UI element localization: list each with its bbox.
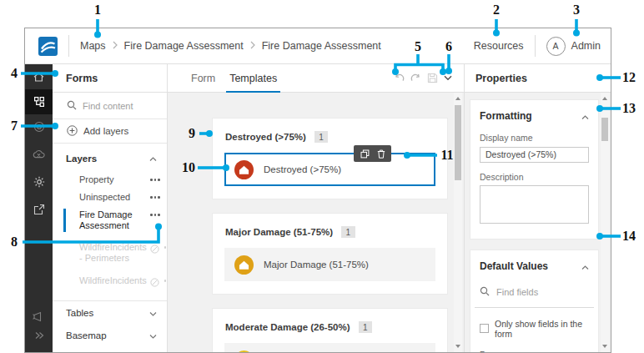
template-group-moderate-damage: Moderate Damage (26-50%) 1 Moderate Dama… <box>212 308 448 352</box>
properties-scrollbar[interactable] <box>601 93 609 352</box>
tab-form[interactable]: Form <box>191 64 215 93</box>
count-badge: 1 <box>314 131 329 143</box>
save-icon[interactable] <box>427 73 438 83</box>
formatting-title: Formatting <box>480 110 532 122</box>
layers-label: Layers <box>66 154 97 164</box>
layer-row-wildfire-incidents[interactable]: WildfireIncidents <box>53 272 167 293</box>
display-name-input[interactable] <box>480 147 589 163</box>
sharing-icon[interactable] <box>25 197 53 222</box>
checkbox-label: Only show fields in the form <box>495 319 589 339</box>
scrollbar-thumb[interactable] <box>601 118 608 141</box>
breadcrumb-maps[interactable]: Maps <box>80 40 106 52</box>
template-group-destroyed: Destroyed (>75%) 1 Destroyed (>75%) <box>212 118 448 199</box>
search-icon <box>480 285 490 300</box>
layer-row-property[interactable]: Property <box>53 171 167 189</box>
properties-panel-title: Properties <box>465 64 611 93</box>
callout-number-10: 10 <box>182 160 195 175</box>
layer-row-fire-damage-assessment[interactable]: Fire Damage Assessment <box>53 206 167 234</box>
description-textarea[interactable] <box>480 185 589 224</box>
chevron-right-icon <box>113 40 118 52</box>
tab-templates[interactable]: Templates <box>229 64 277 93</box>
template-card-major-damage[interactable]: Major Damage (51-75%) <box>224 248 435 281</box>
layers-section-header[interactable]: Layers <box>53 146 167 171</box>
layer-row-uninspected[interactable]: Uninspected <box>53 189 167 206</box>
redo-icon[interactable] <box>410 73 421 83</box>
options-ellipsis-icon[interactable] <box>150 192 160 199</box>
group-title: Major Damage (51-75%) <box>225 227 333 237</box>
group-title: Destroyed (>75%) <box>225 132 306 142</box>
find-fields-input[interactable] <box>496 287 568 297</box>
templates-scrollbar[interactable] <box>454 93 462 352</box>
callout-number-2: 2 <box>493 3 500 18</box>
disabled-slash-icon <box>150 245 159 256</box>
offline-cloud-icon[interactable] <box>25 142 53 167</box>
callout-number-13: 13 <box>622 101 636 116</box>
major-damage-symbol-icon <box>234 255 254 275</box>
layer-name: Property <box>79 174 147 185</box>
only-show-fields-checkbox-row[interactable]: Only show fields in the form <box>480 319 589 339</box>
forms-panel: Forms Add layers Layers Property Uninspe… <box>53 64 168 352</box>
breadcrumb: Maps Fire Damage Assessment Fire Damage … <box>80 40 381 52</box>
scrollbar-thumb[interactable] <box>455 105 461 180</box>
tables-section-header[interactable]: Tables <box>53 301 167 324</box>
save-menu-chevron-icon[interactable] <box>444 75 452 81</box>
settings-gear-icon[interactable] <box>25 169 53 194</box>
options-ellipsis-icon[interactable] <box>150 209 160 216</box>
search-icon <box>67 98 77 113</box>
callout-number-1: 1 <box>94 3 101 18</box>
esri-logo-icon[interactable] <box>38 37 58 56</box>
duplicate-icon[interactable] <box>360 149 370 159</box>
moderate-damage-symbol-icon <box>234 350 254 353</box>
app-window: Maps Fire Damage Assessment Fire Damage … <box>24 28 611 353</box>
destroyed-symbol-icon <box>234 160 254 179</box>
scroll-up-arrow[interactable] <box>455 97 460 100</box>
header-divider <box>535 35 536 57</box>
plus-circle-icon <box>67 125 78 138</box>
scroll-down-arrow[interactable] <box>455 345 460 348</box>
template-card-destroyed[interactable]: Destroyed (>75%) <box>224 153 435 186</box>
user-menu[interactable]: Admin <box>571 40 601 52</box>
template-card-toolbar <box>354 145 391 162</box>
display-name-label: Display name <box>480 133 589 143</box>
checkbox-unchecked[interactable] <box>480 324 489 333</box>
properties-panel: Properties Formatting Display name Descr… <box>465 64 611 352</box>
template-card-moderate-damage[interactable]: Moderate Damage (26-50%) <box>224 343 435 352</box>
callout-number-12: 12 <box>622 70 636 85</box>
delete-trash-icon[interactable] <box>377 149 385 159</box>
basemap-section-header[interactable]: Basemap <box>53 324 167 346</box>
add-layers-button[interactable]: Add layers <box>53 119 167 144</box>
scroll-up-arrow[interactable] <box>602 97 607 100</box>
add-layers-label: Add layers <box>83 126 128 136</box>
scroll-down-arrow[interactable] <box>602 345 607 348</box>
breadcrumb-form-name: Fire Damage Assessment <box>262 40 381 52</box>
find-content-search[interactable] <box>53 93 167 119</box>
callout-number-9: 9 <box>189 126 195 141</box>
home-icon[interactable] <box>25 64 53 89</box>
layer-row-wildfire-perimeters[interactable]: WildfireIncidents - Perimeters <box>53 239 167 267</box>
avatar[interactable]: A <box>546 37 566 56</box>
callout-number-4: 4 <box>11 66 18 81</box>
chevron-right-icon <box>250 40 255 52</box>
app-header: Maps Fire Damage Assessment Fire Damage … <box>25 28 611 64</box>
templates-panel: Form Templates Destroyed (>75%) 1 <box>168 64 465 352</box>
resources-link[interactable]: Resources <box>474 40 524 52</box>
layer-name: WildfireIncidents <box>79 275 147 286</box>
callout-number-5: 5 <box>415 39 421 54</box>
disabled-slash-icon <box>150 278 159 290</box>
find-fields-search[interactable] <box>475 285 594 308</box>
collapse-chevrons-icon[interactable] <box>25 329 53 352</box>
geofences-target-icon[interactable] <box>25 114 53 139</box>
layer-name: Uninspected <box>79 192 147 203</box>
undo-icon[interactable] <box>394 73 405 83</box>
find-content-input[interactable] <box>83 101 154 111</box>
chevron-up-icon <box>149 154 157 164</box>
collapse-chevron-up-icon[interactable] <box>581 259 589 274</box>
default-values-title: Default Values <box>480 260 548 272</box>
breadcrumb-map-name[interactable]: Fire Damage Assessment <box>124 40 244 52</box>
feedback-megaphone-icon[interactable] <box>25 304 53 329</box>
default-values-section: Default Values Only show fields in the f… <box>470 250 599 353</box>
options-ellipsis-icon[interactable] <box>150 174 160 181</box>
forms-icon[interactable] <box>25 89 53 114</box>
header-divider <box>68 35 69 57</box>
collapse-chevron-up-icon[interactable] <box>581 108 589 124</box>
